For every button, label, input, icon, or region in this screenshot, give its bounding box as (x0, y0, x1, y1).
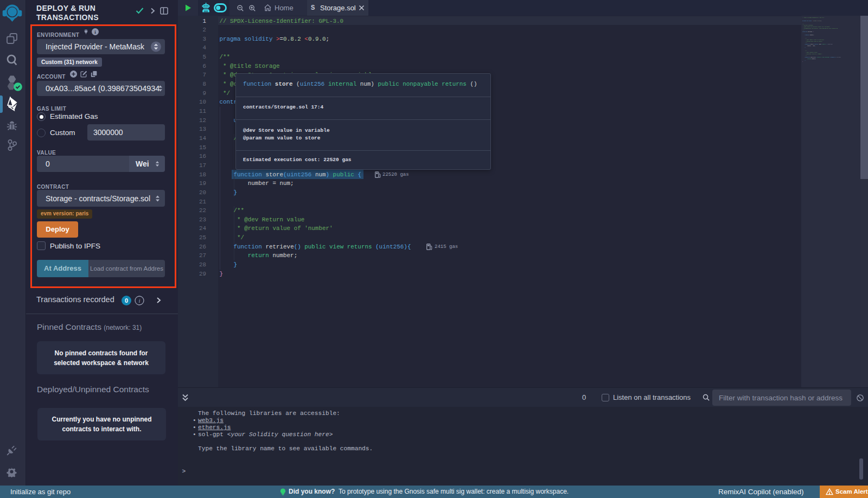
svg-text:i: i (138, 297, 140, 304)
